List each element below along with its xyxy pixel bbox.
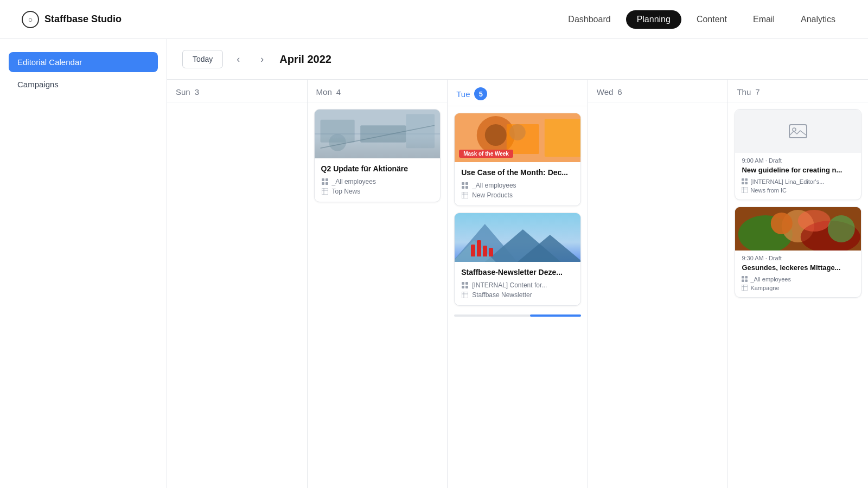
- svg-point-5: [329, 134, 346, 151]
- card-gesundes[interactable]: 9:30 AM · Draft Gesundes, leckeres Mitta…: [735, 207, 861, 298]
- day-column-thu: Thu 7: [728, 80, 868, 488]
- svg-point-54: [828, 215, 855, 242]
- svg-rect-43: [742, 182, 744, 184]
- svg-rect-39: [789, 125, 807, 138]
- svg-rect-21: [465, 182, 468, 185]
- svg-rect-32: [462, 282, 464, 285]
- day-content-sun: [167, 102, 307, 488]
- svg-rect-10: [326, 182, 328, 185]
- card-new-guideline[interactable]: 9:00 AM · Draft New guideline for creati…: [735, 109, 861, 200]
- today-button[interactable]: Today: [182, 50, 223, 68]
- day-content-thu: 9:00 AM · Draft New guideline for creati…: [728, 102, 868, 488]
- svg-rect-9: [322, 182, 324, 185]
- card-meta-gesundes-channel: Kampagne: [742, 285, 854, 292]
- sidebar-item-campaigns[interactable]: Campaigns: [9, 74, 158, 94]
- grid-icon-uc: [461, 182, 469, 189]
- card-title-newsletter: Staffbase-Newsletter Deze...: [461, 267, 574, 277]
- card-meta-guideline: [INTERNAL] Lina_Editor's... News from IC: [742, 178, 854, 194]
- svg-rect-1: [320, 120, 354, 143]
- gesundes-channel-text: Kampagne: [750, 285, 779, 291]
- card-newsletter[interactable]: Staffbase-Newsletter Deze... [INTERNAL] …: [454, 213, 581, 306]
- day-column-mon: Mon 4: [308, 80, 448, 488]
- card-image-usecase: Mask of the Week: [455, 113, 580, 162]
- q2-audience-text: _All employees: [332, 178, 376, 185]
- channel-icon-uc: [461, 191, 469, 199]
- nl-audience-text: [INTERNAL] Content for...: [472, 281, 547, 289]
- nav-item-dashboard[interactable]: Dashboard: [557, 10, 621, 29]
- sidebar: Editorial Calendar Campaigns: [0, 39, 167, 488]
- calendar-grid: Sun 3 Mon 4: [167, 80, 868, 488]
- day-label-sun: Sun: [176, 87, 190, 97]
- logo-icon: ○: [22, 11, 39, 28]
- channel-icon-q2: [321, 188, 329, 195]
- svg-rect-45: [742, 187, 748, 193]
- prev-arrow[interactable]: ‹: [229, 50, 247, 68]
- nav-item-planning[interactable]: Planning: [626, 10, 681, 29]
- card-body-usecase: Use Case of the Month: Dec... _All emplo…: [455, 162, 580, 206]
- card-meta-item-nl-audience: [INTERNAL] Content for...: [461, 281, 574, 289]
- svg-rect-11: [322, 188, 328, 195]
- q2-channel-text: Top News: [332, 188, 361, 195]
- day-content-mon: Q2 Update für Aktionäre _All employees: [308, 102, 448, 488]
- card-body-q2: Q2 Update für Aktionäre _All employees: [315, 158, 441, 202]
- svg-rect-55: [742, 276, 744, 279]
- nav-item-analytics[interactable]: Analytics: [790, 10, 846, 29]
- usecase-label: Mask of the Week: [459, 150, 513, 158]
- day-column-wed: Wed 6: [588, 80, 729, 488]
- card-title-guideline: New guideline for creating n...: [742, 166, 854, 175]
- card-meta-newsletter: [INTERNAL] Content for... Staffbase News…: [461, 281, 574, 299]
- day-header-sun: Sun 3: [167, 80, 307, 102]
- svg-rect-58: [745, 279, 748, 282]
- scroll-indicator: [530, 314, 580, 317]
- card-image-newsletter: [455, 213, 580, 262]
- card-time-guideline: 9:00 AM · Draft: [742, 157, 854, 164]
- card-image-gesundes: [735, 207, 861, 251]
- svg-rect-35: [465, 286, 468, 288]
- main-nav: Dashboard Planning Content Email Analyti…: [557, 10, 846, 29]
- svg-rect-59: [742, 285, 748, 291]
- day-number-mon: 4: [336, 87, 341, 97]
- uc-channel-text: New Products: [472, 191, 513, 199]
- card-q2-update[interactable]: Q2 Update für Aktionäre _All employees: [314, 109, 441, 202]
- grid-icon-g1: [742, 178, 748, 185]
- card-placeholder-guideline: [735, 110, 861, 153]
- app-title: Staffbase Studio: [44, 14, 122, 25]
- svg-point-40: [793, 128, 796, 131]
- grid-icon-g2: [742, 276, 748, 283]
- nl-channel-text: Staffbase Newsletter: [472, 291, 532, 299]
- card-body-gesundes: 9:30 AM · Draft Gesundes, leckeres Mitta…: [735, 251, 861, 297]
- day-label-mon: Mon: [316, 87, 332, 97]
- nav-item-email[interactable]: Email: [742, 10, 786, 29]
- q2-image-svg: [315, 110, 441, 158]
- day-content-tue: Mask of the Week Use Case of the Month: …: [448, 106, 588, 488]
- svg-rect-20: [462, 182, 464, 185]
- svg-rect-34: [462, 286, 464, 288]
- channel-icon-g2: [742, 285, 748, 292]
- svg-point-53: [798, 210, 831, 232]
- svg-rect-41: [742, 178, 744, 181]
- svg-rect-33: [465, 282, 468, 285]
- card-meta-item-uc-audience: _All employees: [461, 182, 574, 189]
- card-use-case[interactable]: Mask of the Week Use Case of the Month: …: [454, 113, 581, 206]
- card-time-gesundes: 9:30 AM · Draft: [742, 255, 854, 261]
- day-header-tue: Tue 5: [448, 80, 588, 106]
- card-meta-item-uc-channel: New Products: [461, 191, 574, 199]
- card-body-newsletter: Staffbase-Newsletter Deze... [INTERNAL] …: [455, 262, 580, 305]
- day-content-wed: [588, 102, 728, 488]
- svg-rect-56: [745, 276, 748, 279]
- grid-icon: [321, 178, 329, 185]
- day-number-thu: 7: [755, 87, 760, 97]
- card-title-gesundes: Gesundes, leckeres Mittage...: [742, 264, 854, 273]
- channel-icon-nl: [461, 291, 469, 299]
- nav-item-content[interactable]: Content: [686, 10, 738, 29]
- svg-rect-44: [745, 182, 748, 184]
- calendar-toolbar: Today ‹ › April 2022: [167, 39, 868, 80]
- svg-point-52: [771, 213, 793, 234]
- sidebar-item-editorial-calendar[interactable]: Editorial Calendar: [9, 52, 158, 72]
- card-meta-q2: _All employees Top News: [321, 178, 434, 195]
- card-meta-item-q2-audience: _All employees: [321, 178, 434, 185]
- guideline-audience-text: [INTERNAL] Lina_Editor's...: [750, 178, 824, 185]
- food-image-svg: [735, 207, 861, 251]
- next-arrow[interactable]: ›: [253, 50, 271, 68]
- card-meta-item-q2-channel: Top News: [321, 188, 434, 195]
